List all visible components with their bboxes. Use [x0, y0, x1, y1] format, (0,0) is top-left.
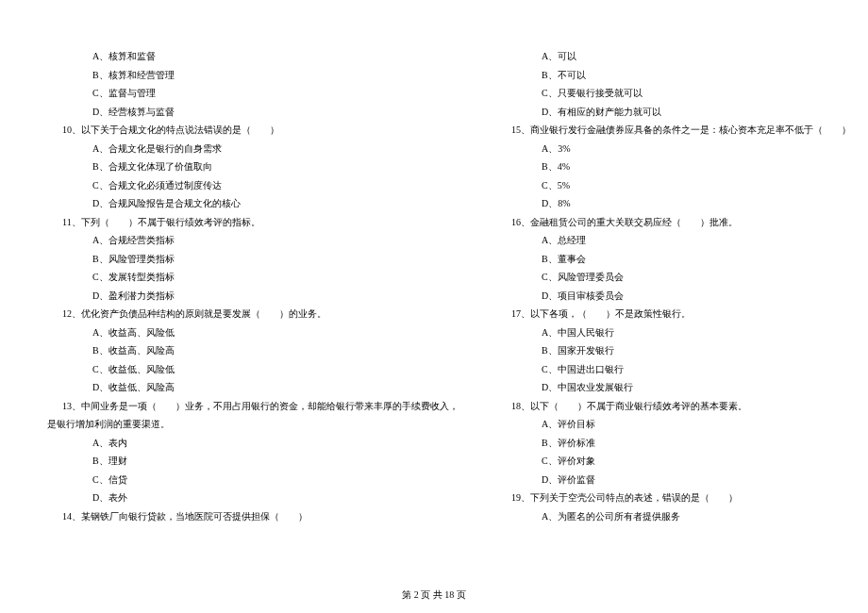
- page-footer: 第 2 页 共 18 页: [0, 588, 868, 602]
- option-text: D、项目审核委员会: [496, 287, 851, 306]
- option-text: D、中国农业发展银行: [496, 378, 851, 397]
- option-text: B、理财: [47, 452, 459, 471]
- option-text: A、合规文化是银行的自身需求: [47, 140, 459, 158]
- question-10: 10、以下关于合规文化的特点说法错误的是（ ）: [47, 121, 459, 140]
- option-text: A、表内: [47, 434, 459, 453]
- right-column: A、可以 B、不可以 C、只要银行接受就可以 D、有相应的财产能力就可以 15、…: [496, 47, 851, 525]
- question-13-line1: 13、中间业务是一项（ ）业务，不用占用银行的资金，却能给银行带来丰厚的手续费收…: [47, 397, 459, 416]
- option-text: B、评价标准: [496, 434, 851, 453]
- option-text: B、风险管理类指标: [47, 250, 459, 269]
- option-text: A、中国人民银行: [496, 323, 851, 342]
- question-15: 15、商业银行发行金融债券应具备的条件之一是：核心资本充足率不低于（ ）: [496, 121, 851, 140]
- option-text: D、合规风险报告是合规文化的核心: [47, 194, 459, 213]
- question-11: 11、下列（ ）不属于银行绩效考评的指标。: [47, 213, 459, 232]
- option-text: B、不可以: [496, 66, 851, 85]
- option-text: C、中国进出口银行: [496, 360, 851, 379]
- question-14: 14、某钢铁厂向银行贷款，当地医院可否提供担保（ ）: [47, 507, 459, 526]
- option-text: A、合规经营类指标: [47, 231, 459, 250]
- option-text: A、核算和监督: [47, 47, 459, 66]
- option-text: C、评价对象: [496, 452, 851, 471]
- option-text: D、盈利潜力类指标: [47, 287, 459, 306]
- question-19: 19、下列关于空壳公司特点的表述，错误的是（ ）: [496, 489, 851, 507]
- option-text: C、合规文化必须通过制度传达: [47, 176, 459, 195]
- option-text: C、信贷: [47, 471, 459, 489]
- option-text: C、收益低、风险低: [47, 360, 459, 379]
- option-text: B、合规文化体现了价值取向: [47, 157, 459, 176]
- option-text: D、表外: [47, 489, 459, 507]
- question-17: 17、以下各项，（ ）不是政策性银行。: [496, 305, 851, 323]
- option-text: A、收益高、风险低: [47, 323, 459, 342]
- option-text: C、发展转型类指标: [47, 268, 459, 287]
- left-column: A、核算和监督 B、核算和经营管理 C、监督与管理 D、经营核算与监督 10、以…: [47, 47, 459, 525]
- option-text: B、董事会: [496, 250, 851, 269]
- option-text: D、8%: [496, 194, 851, 213]
- option-text: B、4%: [496, 157, 851, 176]
- question-12: 12、优化资产负债品种结构的原则就是要发展（ ）的业务。: [47, 305, 459, 323]
- option-text: C、风险管理委员会: [496, 268, 851, 287]
- option-text: D、收益低、风险高: [47, 378, 459, 397]
- option-text: A、评价目标: [496, 415, 851, 434]
- question-13-line2: 是银行增加利润的重要渠道。: [47, 415, 459, 434]
- question-16: 16、金融租赁公司的重大关联交易应经（ ）批准。: [496, 213, 851, 232]
- option-text: A、为匿名的公司所有者提供服务: [496, 507, 851, 526]
- option-text: A、可以: [496, 47, 851, 66]
- option-text: A、3%: [496, 140, 851, 158]
- option-text: C、只要银行接受就可以: [496, 84, 851, 103]
- option-text: B、收益高、风险高: [47, 341, 459, 360]
- question-18: 18、以下（ ）不属于商业银行绩效考评的基本要素。: [496, 397, 851, 416]
- option-text: A、总经理: [496, 231, 851, 250]
- option-text: D、评价监督: [496, 471, 851, 489]
- option-text: B、核算和经营管理: [47, 66, 459, 85]
- option-text: D、经营核算与监督: [47, 103, 459, 122]
- option-text: B、国家开发银行: [496, 341, 851, 360]
- exam-page: A、核算和监督 B、核算和经营管理 C、监督与管理 D、经营核算与监督 10、以…: [0, 0, 868, 554]
- option-text: C、5%: [496, 176, 851, 195]
- option-text: D、有相应的财产能力就可以: [496, 103, 851, 122]
- option-text: C、监督与管理: [47, 84, 459, 103]
